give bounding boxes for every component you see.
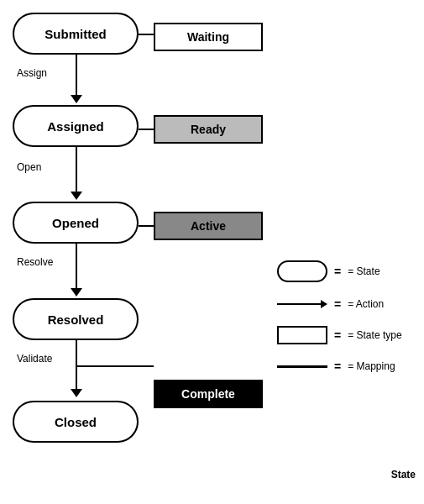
state-type-active: Active [154, 212, 263, 240]
action-label-assign: Assign [17, 67, 47, 79]
legend-mapping-label: = Mapping [348, 360, 395, 372]
arrow-head-open [71, 192, 82, 200]
connector-submitted-waiting [139, 34, 154, 35]
state-opened: Opened [13, 202, 139, 244]
arrow-head-resolve [71, 288, 82, 297]
legend-statetype-label: = State type [348, 329, 401, 341]
legend-state-label: = State [348, 265, 380, 277]
arrow-line-open [76, 147, 77, 193]
connector-assigned-ready [139, 129, 154, 130]
state-type-complete: Complete [154, 380, 263, 408]
action-label-open: Open [17, 161, 41, 173]
state-resolved: Resolved [13, 298, 139, 340]
state-type-waiting: Waiting [154, 23, 263, 51]
legend-statetype: = = State type [277, 326, 416, 344]
legend-mapping: = = Mapping [277, 360, 416, 373]
workflow-diagram: Submitted Waiting Assign Assigned Ready … [0, 0, 269, 504]
arrow-line-resolve [76, 244, 77, 290]
legend-mapping-shape [277, 365, 327, 368]
legend-action: = = Action [277, 297, 416, 311]
legend-statetype-shape [277, 326, 327, 344]
state-submitted: Submitted [13, 13, 139, 55]
state-assigned: Assigned [13, 105, 139, 147]
state-closed: Closed [13, 401, 139, 443]
arrow-head-assign [71, 95, 82, 103]
legend: = = State = = Action = = State type = = … [269, 252, 424, 396]
arrow-line-assign [76, 55, 77, 97]
legend-state: = = State [277, 260, 416, 282]
connector-validate-complete [76, 365, 154, 367]
state-type-ready: Ready [154, 115, 263, 144]
arrow-head-validate [71, 389, 82, 397]
legend-state-shape [277, 260, 327, 282]
state-footer-label: State [391, 469, 416, 480]
legend-action-shape [277, 300, 327, 308]
action-label-validate: Validate [17, 353, 52, 365]
legend-action-label: = Action [348, 298, 384, 310]
connector-opened-active [139, 225, 154, 227]
action-label-resolve: Resolve [17, 256, 53, 268]
